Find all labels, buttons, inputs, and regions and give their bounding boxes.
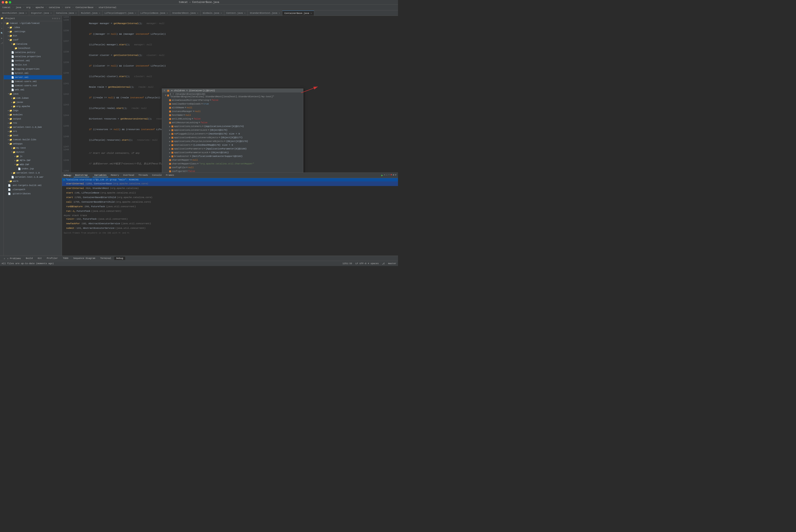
- debug-tab-overhead[interactable]: Overhead: [122, 173, 136, 177]
- bottom-tab-git[interactable]: Git: [36, 256, 44, 260]
- tree-classpath[interactable]: 📄 .classpath: [4, 187, 62, 192]
- bottom-tab-problems[interactable]: ⚠ ⚠ Problems: [2, 256, 23, 260]
- tab-lifecyclebase[interactable]: LifecycleBase.java ✕: [138, 11, 170, 16]
- tree-mytest-folder[interactable]: ▼ 📁 mytest: [4, 150, 62, 154]
- tree-ant-targets[interactable]: 📄 .ant-targets-build.xml: [4, 183, 62, 187]
- sidebar-gear[interactable]: ⚙: [52, 17, 54, 20]
- overlay-prop-charsetmapperclass[interactable]: charsetMapperClass = "org.apache.catalin…: [162, 162, 303, 166]
- toolbar-apache[interactable]: apache: [35, 6, 45, 9]
- debug-tab-console[interactable]: Console: [150, 173, 163, 177]
- overlay-prop-applistenerslock[interactable]: ▶ applicationListenersLock = {Object@217…: [162, 128, 303, 132]
- tree-src[interactable]: ▶ 📁 src: [4, 129, 62, 133]
- sidebar-collapse[interactable]: ⊟: [57, 17, 58, 20]
- overlay-scroll[interactable]: ▼ 0 = {StandardContext@2149} "StandardEn…: [162, 93, 303, 172]
- tree-logging[interactable]: 📄 logging.properties: [4, 67, 62, 71]
- tree-java[interactable]: ▼ 📁 java: [4, 92, 62, 96]
- debug-frame-startchild2[interactable]: call :1755, ContainerBase$StartChild (or…: [62, 200, 398, 204]
- tree-meta-inf[interactable]: ▶ 📁 META-INF: [4, 158, 62, 163]
- tree-idea[interactable]: ▶ 📁 .idea: [4, 25, 62, 30]
- toolbar-org[interactable]: org: [25, 6, 32, 9]
- tree-catalina-policy[interactable]: 📄 catalina.policy: [4, 50, 62, 54]
- tab-globals[interactable]: Globals.java ✕: [201, 11, 224, 16]
- tree-tomcat-users-xsd[interactable]: 📄 tomcat-users.xsd: [4, 83, 62, 88]
- overlay-prop-applisteners[interactable]: ▶ applicationListeners = {ApplicationLis…: [162, 125, 303, 128]
- tab-close[interactable]: ✕: [221, 12, 222, 14]
- tree-tomcat-users-xml[interactable]: 📄 tomcat-users.xml: [4, 79, 62, 83]
- overlay-prop-antiresource[interactable]: antiResourceLocking = false: [162, 121, 303, 125]
- debug-resume-btn[interactable]: ▶: [381, 173, 383, 177]
- tree-gitattributes[interactable]: 📄 .gitattributes: [4, 192, 62, 196]
- tree-root[interactable]: ▼ 📁 tomcat ~/gitlab/tomcat: [4, 21, 62, 25]
- run-icon[interactable]: ▶: [0, 37, 3, 40]
- tree-mytest-xml[interactable]: 📄 mytest.xml: [4, 71, 62, 75]
- sidebar-sync[interactable]: ↻: [59, 17, 60, 20]
- overlay-prop-allowcasual[interactable]: allowCasualMultipartParsing = false: [162, 98, 303, 102]
- debug-stop-btn[interactable]: ■: [391, 173, 392, 177]
- code-editor[interactable]: 1234 1235 Manager manager = getManagerIn…: [62, 16, 398, 172]
- tab-digester[interactable]: Digester.java ✕: [29, 11, 54, 16]
- toolbar-catalina[interactable]: catalina: [48, 6, 61, 9]
- debug-frame-async1[interactable]: <init> :132, FutureTask (java.util.concu…: [62, 217, 398, 221]
- tree-org-apache[interactable]: ▶ 📁 org.apache: [4, 104, 62, 109]
- tree-catalina[interactable]: ▼ 📁 Catalina: [4, 42, 62, 46]
- tree-com-luban[interactable]: ▶ 📁 com.luban: [4, 96, 62, 100]
- debug-settings-btn[interactable]: ⚙: [393, 173, 394, 177]
- debug-tab-variables[interactable]: Variables: [93, 173, 108, 177]
- tab-close[interactable]: ✕: [75, 12, 76, 14]
- tree-context-xml[interactable]: 📄 context.xml: [4, 59, 62, 63]
- tab-close[interactable]: ✕: [99, 12, 100, 14]
- tree-servelet-test[interactable]: ▶ 📁 servelet-test-1.0: [4, 171, 62, 175]
- overlay-prop-hostname[interactable]: hostName = null: [162, 113, 303, 117]
- overlay-prop-instancemanager[interactable]: instanceManager = null: [162, 110, 303, 113]
- tree-res[interactable]: ▶ 📁 res: [4, 121, 62, 125]
- debug-frame-futuretask2[interactable]: run:-1, FutureTask (java.util.concurrent…: [62, 209, 398, 213]
- debug-tab-threads[interactable]: Threads: [137, 173, 149, 177]
- tab-hostrulesset[interactable]: HostRuleSet.java ✕: [0, 11, 29, 16]
- debug-filter-btn[interactable]: ▽: [395, 173, 396, 177]
- debug-tab-frames[interactable]: Frames: [164, 173, 176, 177]
- overlay-prop-configured[interactable]: configured = false: [162, 169, 303, 172]
- bottom-tab-todo[interactable]: TODO: [61, 256, 70, 260]
- find-icon[interactable]: 🔍: [0, 32, 3, 35]
- tree-web-xml[interactable]: 📄 web.xml: [4, 88, 62, 92]
- tree-index-jsp[interactable]: 📄 index.jsp: [4, 167, 62, 171]
- tab-close[interactable]: ✕: [25, 12, 27, 14]
- debug-frame-lifecyclebase[interactable]: start :148, LifecycleBase (org.apache.ca…: [62, 191, 398, 195]
- debug-step-into-btn[interactable]: ↓: [386, 173, 387, 177]
- overlay-prop-configfile[interactable]: configFile = null: [162, 166, 303, 169]
- bottom-tab-profiler[interactable]: Profiler: [45, 256, 60, 260]
- tree-work[interactable]: ▶ 📁 work: [4, 179, 62, 183]
- tab-close[interactable]: ✕: [279, 12, 280, 14]
- tree-servelet-bak[interactable]: ▶ 📁 servelet-test-1.0_bak: [4, 125, 62, 129]
- tab-containerbase[interactable]: ContainerBase.java ✕: [282, 11, 314, 16]
- overlay-prop-initializers[interactable]: ▶ initializers = {LinkedHashMap@2179} si…: [162, 143, 303, 147]
- minimize-button[interactable]: [5, 1, 8, 3]
- bottom-tab-seqdiagram[interactable]: Sequence Diagram: [71, 256, 97, 260]
- maximize-button[interactable]: [9, 1, 11, 3]
- overlay-prop-broadcaster[interactable]: ▶ broadcaster = {NotificationBroadcaster…: [162, 154, 303, 158]
- debug-step-over-btn[interactable]: ↷: [384, 173, 385, 177]
- overlay-node-0[interactable]: ▼ 0 = {StandardContext@2149} "StandardEn…: [162, 93, 303, 98]
- toolbar-tomcat[interactable]: tomcat: [1, 6, 12, 9]
- tree-output[interactable]: ▼ 📁 output: [4, 117, 62, 121]
- bookmarks-icon[interactable]: ★: [0, 26, 3, 30]
- tab-catalina[interactable]: Catalina.java ✕: [54, 11, 79, 16]
- tree-modules[interactable]: ▶ 📁 modules: [4, 113, 62, 117]
- bottom-tab-terminal[interactable]: Terminal: [98, 256, 113, 260]
- overlay-prop-appparamslock[interactable]: ▶ applicationParametersLock = {Object@21…: [162, 151, 303, 154]
- debug-frame-async3[interactable]: submit :133, AbstractExecutorService (ja…: [62, 226, 398, 230]
- tree-webapps[interactable]: ▼ 📁 webapps: [4, 142, 62, 146]
- tree-catalina-properties[interactable]: 📄 catalina.properties: [4, 54, 62, 59]
- overlay-prop-applifecycle[interactable]: ▶ applicationLifecycleListenersObjects =…: [162, 139, 303, 143]
- debug-thread-running[interactable]: ▶ "Catalina-startStop-1"@2,138 in group …: [62, 178, 398, 182]
- tab-close[interactable]: ✕: [197, 12, 198, 14]
- tree-logs[interactable]: ▶ 📁 logs: [4, 109, 62, 113]
- toolbar-core[interactable]: core: [64, 6, 71, 9]
- tree-javax[interactable]: ▶ 📁 javax: [4, 100, 62, 104]
- project-icon[interactable]: 📁: [0, 17, 3, 20]
- debug-step-out-btn[interactable]: ↑: [388, 173, 390, 177]
- overlay-prop-charsetmapper[interactable]: charsetMapper = null: [162, 158, 303, 162]
- debug-frame-startinternal[interactable]: startInternal :1253, ContainerBase (org.…: [62, 182, 398, 186]
- toolbar-java[interactable]: java: [15, 6, 22, 9]
- tab-close[interactable]: ✕: [50, 12, 52, 14]
